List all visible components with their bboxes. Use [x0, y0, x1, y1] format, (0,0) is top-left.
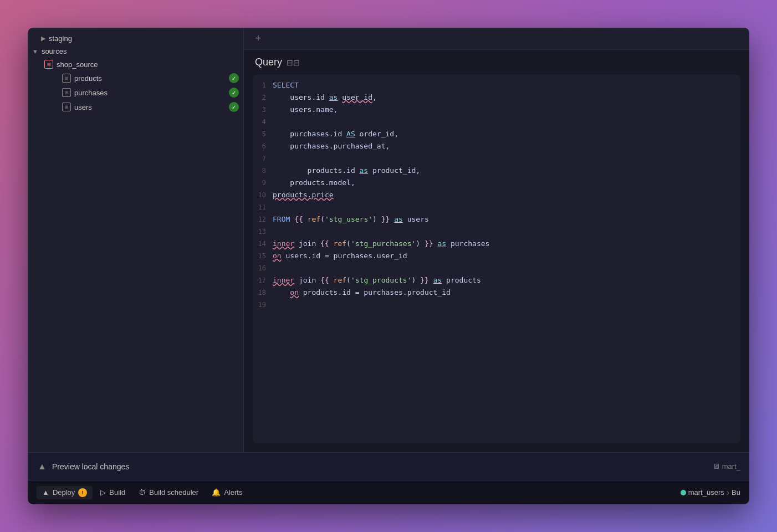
code-line-12: 12 FROM {{ ref('stg_users') }} as users: [253, 213, 740, 226]
bar-right: mart_users › Bu: [681, 488, 740, 498]
bottom-bar: ▲ Deploy ! ▷ Build ⏱ Build scheduler 🔔 A…: [28, 480, 749, 504]
sidebar-item-products[interactable]: ⊞ products ✓: [28, 71, 243, 85]
code-line-2: 2 users.id as user_id,: [253, 91, 740, 104]
sidebar: ▶ staging ▼ sources ⊞ shop_source ⊞ prod…: [28, 28, 244, 452]
status-badge-products: ✓: [229, 73, 239, 83]
table-icon-purchases: ⊞: [62, 88, 71, 97]
split-view-icon[interactable]: ⊟⊟: [287, 58, 300, 67]
status-badge-users: ✓: [229, 102, 239, 112]
editor-tabs: +: [244, 28, 749, 50]
code-editor[interactable]: 1 SELECT 2 users.id as user_id, 3 users.…: [253, 75, 740, 443]
panel-right-label: 🖥 mart_: [713, 462, 740, 470]
clock-icon: ⏱: [139, 488, 146, 497]
bottom-panel: ▲ Preview local changes 🖥 mart_: [28, 452, 749, 480]
status-dot: [681, 490, 686, 495]
query-title: Query: [255, 57, 282, 68]
code-line-4: 4: [253, 116, 740, 128]
chevron-right-icon: ▶: [41, 35, 45, 42]
code-line-3: 3 users.name,: [253, 104, 740, 116]
code-line-16: 16: [253, 262, 740, 274]
code-line-10: 10 products.price: [253, 189, 740, 201]
sources-label: sources: [42, 47, 67, 55]
branch-label: mart_users: [688, 488, 724, 497]
code-line-9: 9 products.model,: [253, 177, 740, 189]
main-content: ▶ staging ▼ sources ⊞ shop_source ⊞ prod…: [28, 28, 749, 452]
code-line-5: 5 purchases.id AS order_id,: [253, 128, 740, 140]
app-window: ▶ staging ▼ sources ⊞ shop_source ⊞ prod…: [28, 28, 749, 504]
code-line-8: 8 products.id as product_id,: [253, 165, 740, 177]
deploy-icon: ▲: [42, 488, 49, 497]
sidebar-item-shop-source[interactable]: ⊞ shop_source: [28, 58, 243, 71]
purchases-label: purchases: [74, 89, 108, 97]
sidebar-item-users[interactable]: ⊞ users ✓: [28, 100, 243, 114]
panel-title: Preview local changes: [52, 462, 129, 471]
code-line-18: 18 on products.id = purchases.product_id: [253, 287, 740, 299]
code-line-14: 14 inner join {{ ref('stg_purchases') }}…: [253, 238, 740, 250]
status-badge-purchases: ✓: [229, 88, 239, 98]
deploy-badge: !: [78, 488, 87, 497]
source-icon: ⊞: [44, 60, 53, 69]
code-line-17: 17 inner join {{ ref('stg_products') }} …: [253, 274, 740, 287]
deploy-button[interactable]: ▲ Deploy !: [37, 486, 93, 499]
add-tab-button[interactable]: +: [251, 31, 266, 47]
code-line-13: 13: [253, 226, 740, 238]
branch-suffix: Bu: [732, 488, 740, 497]
panel-toggle-button[interactable]: ▲: [37, 461, 48, 472]
shop-source-label: shop_source: [57, 60, 98, 69]
editor-area: + Query ⊟⊟ 1 SELECT 2 users.id as user_i…: [244, 28, 749, 452]
code-line-7: 7: [253, 152, 740, 165]
panel-right-text: 🖥 mart_: [713, 462, 740, 470]
staging-label: staging: [49, 34, 72, 43]
users-label: users: [74, 103, 92, 111]
sidebar-item-staging[interactable]: ▶ staging: [28, 32, 243, 45]
deploy-label: Deploy: [53, 488, 75, 497]
chevron-right-icon: ›: [727, 488, 729, 498]
editor-header: Query ⊟⊟: [244, 50, 749, 75]
sidebar-item-sources[interactable]: ▼ sources: [28, 45, 243, 58]
build-button[interactable]: ▷ Build: [95, 486, 131, 499]
bell-icon: 🔔: [212, 488, 221, 497]
chevron-down-icon: ▼: [32, 48, 38, 55]
scheduler-label: Build scheduler: [149, 488, 198, 497]
build-label: Build: [109, 488, 125, 497]
sidebar-item-purchases[interactable]: ⊞ purchases ✓: [28, 85, 243, 100]
alerts-label: Alerts: [224, 488, 242, 497]
code-line-15: 15 on users.id = purchases.user_id: [253, 250, 740, 262]
play-icon: ▷: [100, 488, 106, 497]
products-label: products: [74, 74, 102, 83]
build-scheduler-button[interactable]: ⏱ Build scheduler: [133, 486, 204, 499]
table-icon: ⊞: [62, 74, 71, 83]
alerts-button[interactable]: 🔔 Alerts: [206, 486, 248, 499]
code-line-11: 11: [253, 201, 740, 213]
code-line-6: 6 purchases.purchased_at,: [253, 140, 740, 152]
code-line-19: 19: [253, 299, 740, 311]
table-icon-users: ⊞: [62, 103, 71, 111]
code-line-1: 1 SELECT: [253, 79, 740, 91]
